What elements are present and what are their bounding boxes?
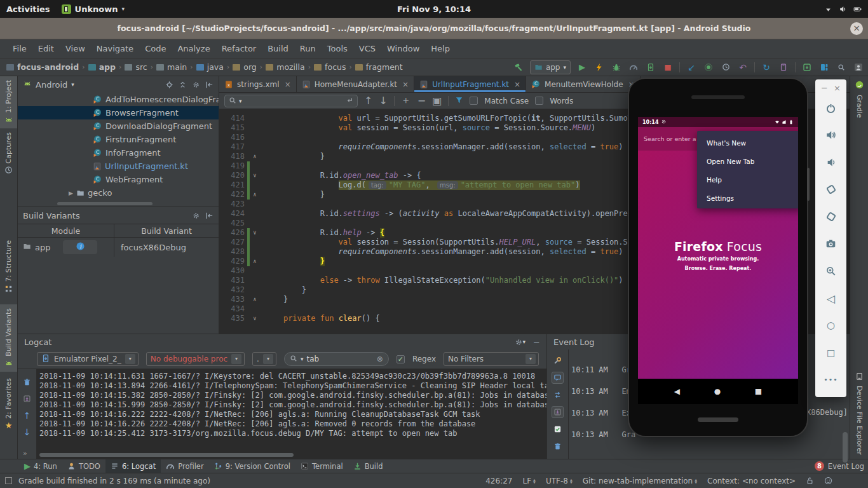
expand-icon[interactable]: » — [23, 449, 27, 458]
back-button[interactable]: ◁ — [822, 289, 841, 308]
locate-icon[interactable] — [165, 81, 173, 89]
menu-vcs[interactable]: VCS — [354, 41, 381, 56]
system-tray[interactable] — [824, 5, 868, 13]
breadcrumb-app[interactable]: app — [88, 62, 116, 72]
toolwindow-button-todo[interactable]: TODO — [62, 459, 105, 473]
line-separator-widget[interactable]: LF▲▼ — [522, 477, 535, 485]
select-all-matches-icon[interactable]: ▣ — [432, 95, 442, 107]
log-line[interactable]: 2018-11-09 10:14:25.412 3173-3173/org.mo… — [39, 429, 546, 438]
caret-position[interactable]: 426:27 — [485, 477, 512, 485]
debug-icon[interactable] — [611, 62, 622, 73]
lock-icon[interactable] — [806, 477, 814, 485]
tree-item-infofragment[interactable]: CInfoFragment — [18, 146, 219, 159]
match-case-checkbox[interactable] — [470, 97, 478, 105]
log-line[interactable]: 2018-11-09 10:14:11.631 1667-1667/? I/Ke… — [39, 372, 546, 381]
trash-icon[interactable] — [552, 440, 564, 452]
zoom-button[interactable] — [822, 262, 841, 281]
sidebar-item-gradle[interactable]: Gradle — [855, 80, 864, 118]
filter-icon[interactable] — [455, 95, 463, 107]
emulator-minimize-button[interactable]: − — [821, 83, 828, 93]
gradle-sync-icon[interactable]: ↻ — [761, 62, 772, 73]
log-line[interactable]: 2018-11-09 10:14:13.894 2266-4161/? I/Te… — [39, 381, 546, 391]
breadcrumb-mozilla[interactable]: mozilla — [266, 62, 304, 72]
android-home-button[interactable]: ● — [714, 387, 721, 396]
menu-build[interactable]: Build — [262, 41, 294, 56]
module-info-button[interactable]: i — [63, 240, 97, 254]
profile-icon[interactable] — [628, 62, 639, 73]
avd-manager-icon[interactable] — [778, 62, 789, 73]
menu-navigate[interactable]: Navigate — [92, 41, 139, 56]
android-overview-button[interactable]: ■ — [755, 387, 762, 396]
breadcrumb-src[interactable]: src — [125, 62, 147, 72]
layout-inspector-icon[interactable] — [818, 62, 830, 73]
breadcrumb-org[interactable]: org — [233, 62, 257, 72]
volume-up-button[interactable] — [822, 126, 841, 145]
close-icon[interactable]: × — [285, 80, 291, 89]
tree-item-webfragment[interactable]: CWebFragment — [18, 173, 219, 186]
hide-panel-icon[interactable]: − — [533, 337, 540, 347]
tree-item-addtohomescreendialogfragment[interactable]: CAddToHomescreenDialogFragment — [18, 93, 219, 106]
event-log-scrollbar[interactable] — [843, 432, 848, 463]
toolwindow-button-4-run[interactable]: ▶4: Run — [19, 459, 62, 473]
tree-horizontal-scrollbar[interactable] — [19, 202, 217, 207]
tree-item-gecko[interactable]: ▶gecko — [18, 186, 219, 200]
sidebar-item-1-project[interactable]: 1: Project — [0, 76, 17, 128]
collapse-all-icon[interactable] — [179, 81, 187, 89]
home-button[interactable]: ○ — [822, 316, 841, 335]
profile-avatar-icon[interactable] — [853, 62, 864, 73]
settings-icon[interactable] — [192, 81, 200, 89]
sidebar-item-7-structure[interactable]: 7: Structure — [0, 236, 17, 296]
git-branch-widget[interactable]: Git: new-tab-implementation▲▼ — [583, 477, 697, 485]
stop-icon[interactable]: ■ — [662, 62, 674, 73]
emulator-screen[interactable]: 10:14 Search or enter a Firefox Focus Au… — [638, 117, 798, 404]
tab-homemenuadapter-kt[interactable]: HomeMenuAdapter.kt× — [297, 76, 414, 92]
window-close-button[interactable]: × — [850, 22, 863, 35]
tree-item-browserfragment[interactable]: CBrowserFragment — [18, 106, 219, 119]
log-line[interactable]: 2018-11-09 10:14:16.222 2222-4208/? I/Ne… — [39, 410, 546, 419]
vcs-history-icon[interactable] — [720, 62, 731, 73]
screenshot-button[interactable] — [822, 234, 841, 254]
find-input[interactable]: ▾ — [224, 95, 358, 107]
breadcrumb-fragment[interactable]: fragment — [355, 62, 403, 72]
context-widget[interactable]: Context: <no context> — [707, 477, 796, 485]
tab-menuitemviewholde[interactable]: CMenuItemViewHolde× — [526, 76, 641, 92]
menu-item-open-new-tab[interactable]: Open New Tab — [697, 152, 798, 170]
settings-icon[interactable] — [192, 212, 200, 220]
menu-refactor[interactable]: Refactor — [217, 41, 262, 56]
menu-file[interactable]: File — [8, 41, 32, 56]
module-name[interactable]: app — [35, 243, 50, 252]
attach-device-icon[interactable] — [645, 62, 656, 73]
logcat-search-input[interactable]: ▾ tab ⊗ — [284, 352, 389, 366]
device-select[interactable]: Emulator Pixel_2_▾ — [37, 352, 139, 366]
scroll-to-end-icon[interactable] — [552, 406, 564, 418]
breadcrumb-focus-android[interactable]: focus-android — [6, 62, 79, 72]
build-hammer-icon[interactable] — [513, 62, 524, 73]
project-view-selector[interactable]: Android — [36, 80, 67, 90]
android-back-button[interactable]: ◀ — [674, 387, 680, 396]
log-line[interactable]: 2018-11-09 10:14:15.999 2850-2850/? I/Fi… — [39, 400, 546, 410]
tree-item-urlinputfragment-kt[interactable]: UrlInputFragment.kt — [18, 159, 219, 173]
breadcrumb-main[interactable]: main — [156, 62, 187, 72]
highlighting-level-icon[interactable] — [824, 477, 832, 485]
log-level-select[interactable]: .▾ — [252, 352, 276, 366]
close-icon[interactable]: × — [402, 80, 409, 89]
next-match-button[interactable]: ↓ — [379, 95, 387, 107]
scroll-to-end-icon[interactable] — [22, 393, 32, 404]
system-clock[interactable]: Fri Nov 9, 10:14 — [397, 4, 471, 14]
logcat-horizontal-scrollbar[interactable] — [39, 453, 540, 457]
menu-item-settings[interactable]: Settings — [697, 189, 798, 207]
up-arrow-icon[interactable]: ↑ — [22, 410, 32, 421]
vcs-commit-icon[interactable] — [703, 62, 714, 73]
emulator-close-button[interactable]: × — [834, 83, 841, 93]
run-config-select[interactable]: app▾ — [530, 60, 571, 74]
encoding-widget[interactable]: UTF-8▲▼ — [546, 477, 573, 485]
notifications-icon[interactable] — [552, 372, 564, 384]
clear-search-icon[interactable]: ⊗ — [377, 355, 383, 363]
vcs-rollback-icon[interactable]: ↶ — [737, 62, 749, 73]
hide-panel-icon[interactable] — [205, 212, 214, 220]
tree-item-firstrunfragment[interactable]: CFirstrunFragment — [18, 133, 219, 146]
remove-selection-icon[interactable]: − — [417, 95, 426, 107]
log-output[interactable]: 2018-11-09 10:14:11.631 1667-1667/? I/Ke… — [39, 372, 546, 450]
toolwindow-button-terminal[interactable]: Terminal — [295, 459, 348, 473]
menu-analyze[interactable]: Analyze — [172, 41, 215, 56]
